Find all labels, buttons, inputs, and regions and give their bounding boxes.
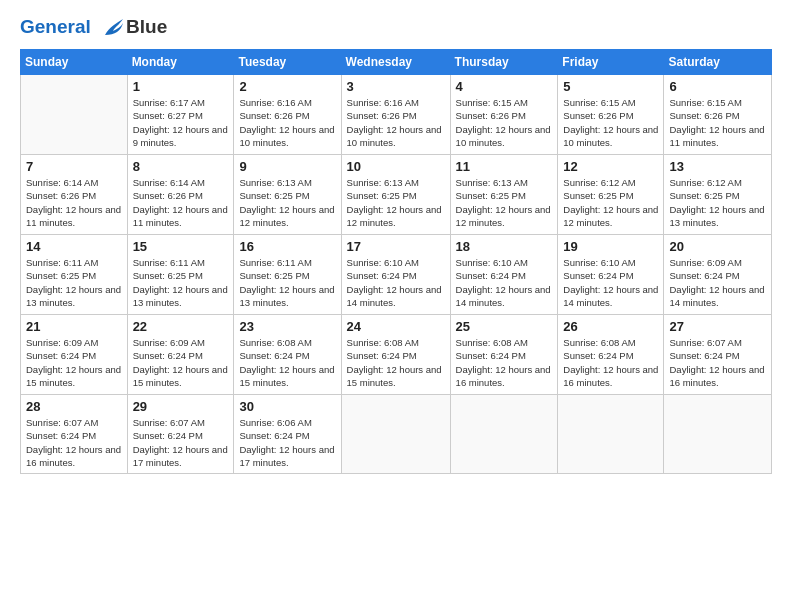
day-number: 30: [239, 399, 335, 414]
day-number: 23: [239, 319, 335, 334]
calendar-cell: 7Sunrise: 6:14 AMSunset: 6:26 PMDaylight…: [21, 154, 128, 234]
calendar-cell: 24Sunrise: 6:08 AMSunset: 6:24 PMDayligh…: [341, 314, 450, 394]
day-detail: Sunrise: 6:09 AMSunset: 6:24 PMDaylight:…: [133, 336, 229, 389]
calendar-cell: 8Sunrise: 6:14 AMSunset: 6:26 PMDaylight…: [127, 154, 234, 234]
day-detail: Sunrise: 6:09 AMSunset: 6:24 PMDaylight:…: [669, 256, 766, 309]
calendar-cell: 13Sunrise: 6:12 AMSunset: 6:25 PMDayligh…: [664, 154, 772, 234]
calendar-week-2: 14Sunrise: 6:11 AMSunset: 6:25 PMDayligh…: [21, 234, 772, 314]
day-detail: Sunrise: 6:17 AMSunset: 6:27 PMDaylight:…: [133, 96, 229, 149]
page: General Blue SundayMondayTuesdayWednesda…: [0, 0, 792, 612]
day-number: 7: [26, 159, 122, 174]
calendar-cell: 18Sunrise: 6:10 AMSunset: 6:24 PMDayligh…: [450, 234, 558, 314]
day-detail: Sunrise: 6:08 AMSunset: 6:24 PMDaylight:…: [563, 336, 658, 389]
calendar-cell: 22Sunrise: 6:09 AMSunset: 6:24 PMDayligh…: [127, 314, 234, 394]
day-detail: Sunrise: 6:14 AMSunset: 6:26 PMDaylight:…: [133, 176, 229, 229]
day-number: 29: [133, 399, 229, 414]
day-detail: Sunrise: 6:08 AMSunset: 6:24 PMDaylight:…: [456, 336, 553, 389]
weekday-header-saturday: Saturday: [664, 49, 772, 74]
day-detail: Sunrise: 6:07 AMSunset: 6:24 PMDaylight:…: [133, 416, 229, 469]
calendar-table: SundayMondayTuesdayWednesdayThursdayFrid…: [20, 49, 772, 474]
logo-general: General: [20, 16, 91, 37]
day-detail: Sunrise: 6:10 AMSunset: 6:24 PMDaylight:…: [347, 256, 445, 309]
weekday-header-sunday: Sunday: [21, 49, 128, 74]
calendar-cell: 30Sunrise: 6:06 AMSunset: 6:24 PMDayligh…: [234, 394, 341, 473]
day-detail: Sunrise: 6:09 AMSunset: 6:24 PMDaylight:…: [26, 336, 122, 389]
day-number: 9: [239, 159, 335, 174]
calendar-week-4: 28Sunrise: 6:07 AMSunset: 6:24 PMDayligh…: [21, 394, 772, 473]
day-number: 17: [347, 239, 445, 254]
weekday-header-wednesday: Wednesday: [341, 49, 450, 74]
calendar-cell: 15Sunrise: 6:11 AMSunset: 6:25 PMDayligh…: [127, 234, 234, 314]
day-detail: Sunrise: 6:15 AMSunset: 6:26 PMDaylight:…: [563, 96, 658, 149]
calendar-cell: [558, 394, 664, 473]
day-number: 22: [133, 319, 229, 334]
logo-text: General: [20, 16, 124, 39]
calendar-week-1: 7Sunrise: 6:14 AMSunset: 6:26 PMDaylight…: [21, 154, 772, 234]
day-number: 12: [563, 159, 658, 174]
day-detail: Sunrise: 6:11 AMSunset: 6:25 PMDaylight:…: [26, 256, 122, 309]
calendar-week-3: 21Sunrise: 6:09 AMSunset: 6:24 PMDayligh…: [21, 314, 772, 394]
day-detail: Sunrise: 6:12 AMSunset: 6:25 PMDaylight:…: [563, 176, 658, 229]
logo-bird-icon: [97, 17, 123, 39]
day-detail: Sunrise: 6:08 AMSunset: 6:24 PMDaylight:…: [239, 336, 335, 389]
day-number: 20: [669, 239, 766, 254]
calendar-cell: 19Sunrise: 6:10 AMSunset: 6:24 PMDayligh…: [558, 234, 664, 314]
calendar-cell: 25Sunrise: 6:08 AMSunset: 6:24 PMDayligh…: [450, 314, 558, 394]
calendar-cell: [341, 394, 450, 473]
weekday-header-monday: Monday: [127, 49, 234, 74]
day-detail: Sunrise: 6:12 AMSunset: 6:25 PMDaylight:…: [669, 176, 766, 229]
day-detail: Sunrise: 6:06 AMSunset: 6:24 PMDaylight:…: [239, 416, 335, 469]
calendar-body: 1Sunrise: 6:17 AMSunset: 6:27 PMDaylight…: [21, 74, 772, 473]
day-detail: Sunrise: 6:10 AMSunset: 6:24 PMDaylight:…: [456, 256, 553, 309]
calendar-header: SundayMondayTuesdayWednesdayThursdayFrid…: [21, 49, 772, 74]
calendar-cell: 17Sunrise: 6:10 AMSunset: 6:24 PMDayligh…: [341, 234, 450, 314]
calendar-cell: 11Sunrise: 6:13 AMSunset: 6:25 PMDayligh…: [450, 154, 558, 234]
day-number: 2: [239, 79, 335, 94]
calendar-cell: 6Sunrise: 6:15 AMSunset: 6:26 PMDaylight…: [664, 74, 772, 154]
day-number: 28: [26, 399, 122, 414]
day-number: 4: [456, 79, 553, 94]
calendar-cell: 21Sunrise: 6:09 AMSunset: 6:24 PMDayligh…: [21, 314, 128, 394]
day-number: 19: [563, 239, 658, 254]
day-number: 16: [239, 239, 335, 254]
calendar-cell: 20Sunrise: 6:09 AMSunset: 6:24 PMDayligh…: [664, 234, 772, 314]
day-detail: Sunrise: 6:15 AMSunset: 6:26 PMDaylight:…: [456, 96, 553, 149]
calendar-cell: 23Sunrise: 6:08 AMSunset: 6:24 PMDayligh…: [234, 314, 341, 394]
day-detail: Sunrise: 6:13 AMSunset: 6:25 PMDaylight:…: [456, 176, 553, 229]
calendar-cell: 2Sunrise: 6:16 AMSunset: 6:26 PMDaylight…: [234, 74, 341, 154]
weekday-row: SundayMondayTuesdayWednesdayThursdayFrid…: [21, 49, 772, 74]
day-number: 1: [133, 79, 229, 94]
calendar-cell: 27Sunrise: 6:07 AMSunset: 6:24 PMDayligh…: [664, 314, 772, 394]
day-detail: Sunrise: 6:15 AMSunset: 6:26 PMDaylight:…: [669, 96, 766, 149]
weekday-header-tuesday: Tuesday: [234, 49, 341, 74]
day-number: 6: [669, 79, 766, 94]
day-number: 11: [456, 159, 553, 174]
day-number: 5: [563, 79, 658, 94]
header: General Blue: [20, 16, 772, 39]
calendar-cell: [664, 394, 772, 473]
day-number: 14: [26, 239, 122, 254]
calendar-cell: 4Sunrise: 6:15 AMSunset: 6:26 PMDaylight…: [450, 74, 558, 154]
day-detail: Sunrise: 6:16 AMSunset: 6:26 PMDaylight:…: [347, 96, 445, 149]
calendar-week-0: 1Sunrise: 6:17 AMSunset: 6:27 PMDaylight…: [21, 74, 772, 154]
day-number: 15: [133, 239, 229, 254]
day-number: 24: [347, 319, 445, 334]
calendar-cell: [450, 394, 558, 473]
day-number: 18: [456, 239, 553, 254]
day-number: 10: [347, 159, 445, 174]
calendar-cell: 26Sunrise: 6:08 AMSunset: 6:24 PMDayligh…: [558, 314, 664, 394]
calendar-cell: 29Sunrise: 6:07 AMSunset: 6:24 PMDayligh…: [127, 394, 234, 473]
calendar-cell: 28Sunrise: 6:07 AMSunset: 6:24 PMDayligh…: [21, 394, 128, 473]
day-number: 27: [669, 319, 766, 334]
day-detail: Sunrise: 6:07 AMSunset: 6:24 PMDaylight:…: [669, 336, 766, 389]
calendar-cell: 1Sunrise: 6:17 AMSunset: 6:27 PMDaylight…: [127, 74, 234, 154]
calendar-cell: 12Sunrise: 6:12 AMSunset: 6:25 PMDayligh…: [558, 154, 664, 234]
day-detail: Sunrise: 6:10 AMSunset: 6:24 PMDaylight:…: [563, 256, 658, 309]
weekday-header-thursday: Thursday: [450, 49, 558, 74]
calendar-cell: 10Sunrise: 6:13 AMSunset: 6:25 PMDayligh…: [341, 154, 450, 234]
day-detail: Sunrise: 6:13 AMSunset: 6:25 PMDaylight:…: [239, 176, 335, 229]
day-number: 8: [133, 159, 229, 174]
day-detail: Sunrise: 6:14 AMSunset: 6:26 PMDaylight:…: [26, 176, 122, 229]
day-detail: Sunrise: 6:07 AMSunset: 6:24 PMDaylight:…: [26, 416, 122, 469]
day-detail: Sunrise: 6:11 AMSunset: 6:25 PMDaylight:…: [239, 256, 335, 309]
